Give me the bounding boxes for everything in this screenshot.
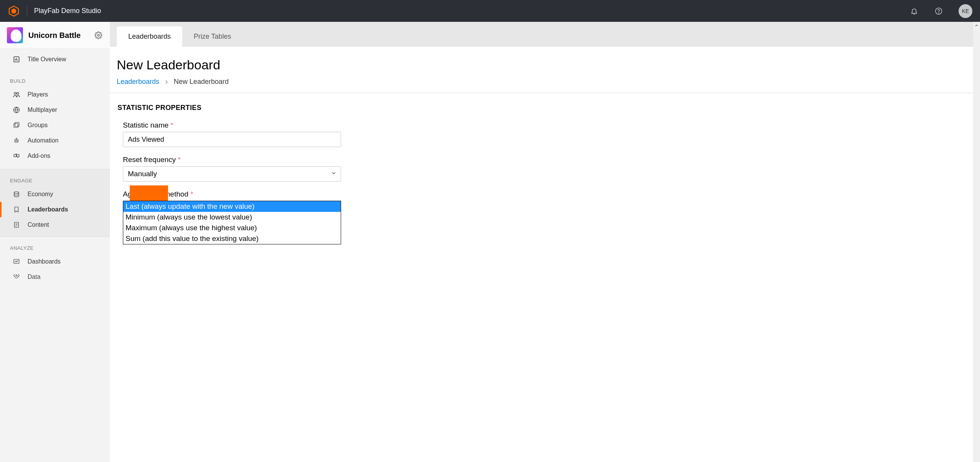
aggregation-method-label: Aggregation method * <box>123 190 973 198</box>
svg-rect-11 <box>15 139 18 143</box>
notifications-icon[interactable] <box>906 3 922 19</box>
globe-icon <box>12 106 21 114</box>
breadcrumb: Leaderboards New Leaderboard <box>110 78 973 93</box>
svg-point-13 <box>17 141 18 141</box>
aggregation-option-last[interactable]: Last (always update with the new value) <box>123 201 341 212</box>
bookmark-icon <box>12 205 21 214</box>
svg-point-6 <box>14 92 16 94</box>
svg-rect-15 <box>17 154 19 157</box>
groups-icon <box>12 121 21 129</box>
avatar[interactable]: KE <box>959 4 972 18</box>
section-heading: STATISTIC PROPERTIES <box>118 104 973 112</box>
playfab-logo-icon[interactable] <box>8 5 20 17</box>
sidebar-item-label: Content <box>28 221 49 228</box>
svg-point-3 <box>939 13 939 13</box>
main-content: Leaderboards Prize Tables New Leaderboar… <box>110 22 973 462</box>
sidebar-item-title-overview[interactable]: Title Overview <box>0 49 110 70</box>
svg-rect-10 <box>15 123 19 127</box>
tabs: Leaderboards Prize Tables <box>110 22 973 47</box>
statistic-name-label: Statistic name * <box>123 121 973 129</box>
svg-point-2 <box>936 8 942 14</box>
sidebar-item-multiplayer[interactable]: Multiplayer <box>0 102 110 118</box>
divider <box>27 6 27 16</box>
reset-frequency-label: Reset frequency * <box>123 156 973 164</box>
sidebar-item-automation[interactable]: Automation <box>0 133 110 148</box>
svg-rect-14 <box>14 154 16 157</box>
page-title: New Leaderboard <box>110 57 973 78</box>
section-engage: ENGAGE <box>0 169 110 187</box>
section-build: BUILD <box>0 70 110 87</box>
game-title-row[interactable]: Unicorn Battle <box>0 22 110 49</box>
sidebar-item-leaderboards[interactable]: Leaderboards <box>0 202 110 217</box>
dashboards-icon <box>12 257 21 266</box>
section-analyze: ANALYZE <box>0 237 110 254</box>
sidebar-item-label: Leaderboards <box>28 206 68 213</box>
aggregation-method-dropdown[interactable]: Last (always update with the new value) … <box>123 201 341 244</box>
sidebar: Unicorn Battle Title Overview BUILD <box>0 22 110 462</box>
gear-icon[interactable] <box>94 31 103 40</box>
players-icon <box>12 90 21 99</box>
sidebar-item-data[interactable]: Data <box>0 269 110 285</box>
sidebar-item-label: Players <box>28 91 48 98</box>
sidebar-item-label: Economy <box>28 191 53 198</box>
game-icon <box>7 27 23 43</box>
game-title: Unicorn Battle <box>28 31 94 40</box>
breadcrumb-current: New Leaderboard <box>174 78 229 86</box>
svg-marker-1 <box>11 8 16 14</box>
save-button-bg <box>130 185 168 201</box>
reset-frequency-value: Manually <box>128 170 157 178</box>
sidebar-item-content[interactable]: Content <box>0 217 110 233</box>
help-icon[interactable] <box>931 3 946 19</box>
automation-icon <box>12 136 21 145</box>
svg-point-16 <box>14 192 19 193</box>
svg-point-7 <box>17 92 19 94</box>
data-icon <box>12 273 21 281</box>
sidebar-item-addons[interactable]: Add-ons <box>0 148 110 164</box>
sidebar-item-groups[interactable]: Groups <box>0 118 110 133</box>
aggregation-option-maximum[interactable]: Maximum (always use the highest value) <box>123 223 341 233</box>
svg-point-4 <box>98 34 100 36</box>
sidebar-item-economy[interactable]: Economy <box>0 187 110 202</box>
sidebar-item-label: Dashboards <box>28 258 60 265</box>
sidebar-item-label: Multiplayer <box>28 106 57 113</box>
sidebar-item-label: Add-ons <box>28 152 51 159</box>
scrollbar[interactable] <box>973 22 980 462</box>
sidebar-item-label: Title Overview <box>28 56 66 63</box>
svg-point-12 <box>16 141 16 141</box>
chart-icon <box>12 55 21 64</box>
reset-frequency-select[interactable]: Manually <box>123 166 341 182</box>
aggregation-option-minimum[interactable]: Minimum (always use the lowest value) <box>123 212 341 223</box>
svg-rect-9 <box>14 124 18 128</box>
sidebar-item-players[interactable]: Players <box>0 87 110 102</box>
sidebar-item-label: Automation <box>28 137 59 144</box>
economy-icon <box>12 190 21 198</box>
chevron-right-icon <box>165 79 168 85</box>
tab-prize-tables[interactable]: Prize Tables <box>182 26 243 47</box>
top-bar: PlayFab Demo Studio KE <box>0 0 980 22</box>
studio-name[interactable]: PlayFab Demo Studio <box>34 7 101 15</box>
sidebar-item-label: Groups <box>28 122 47 129</box>
sidebar-item-label: Data <box>28 274 41 280</box>
scroll-up-icon[interactable] <box>973 22 980 29</box>
addons-icon <box>12 152 21 160</box>
sidebar-item-dashboards[interactable]: Dashboards <box>0 254 110 269</box>
statistic-name-input[interactable] <box>123 132 341 147</box>
breadcrumb-root[interactable]: Leaderboards <box>117 78 159 86</box>
aggregation-option-sum[interactable]: Sum (add this value to the existing valu… <box>123 233 341 244</box>
content-icon <box>12 221 21 229</box>
tab-leaderboards[interactable]: Leaderboards <box>117 26 182 47</box>
